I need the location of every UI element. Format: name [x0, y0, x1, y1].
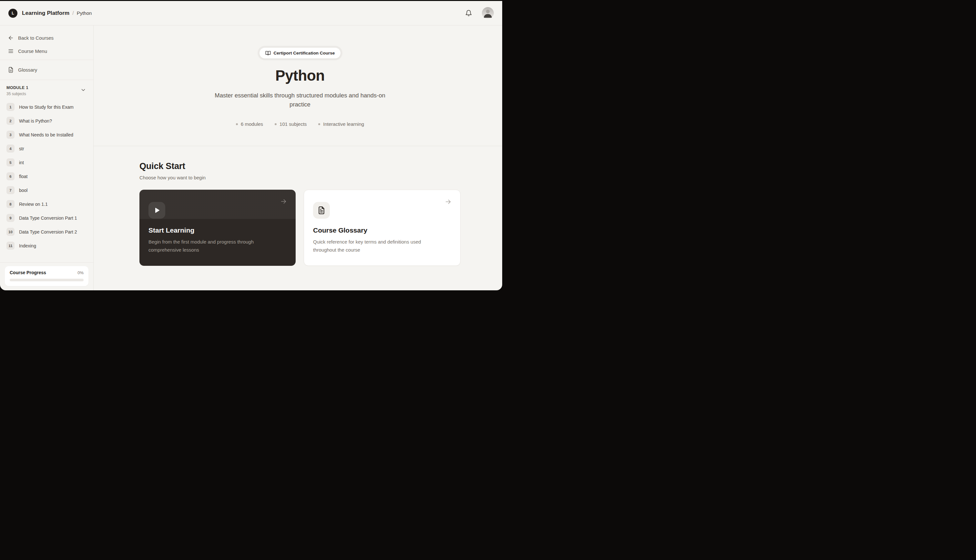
quick-start-cards: Start Learning Begin from the first modu… [139, 190, 460, 266]
app-window: L Learning Platform / Python [0, 0, 502, 290]
sidebar-item-glossary[interactable]: Glossary [1, 63, 92, 77]
course-hero: Certiport Certification Course Python Ma… [139, 25, 460, 127]
document-icon [313, 202, 330, 219]
progress-value: 0% [77, 270, 83, 275]
back-to-courses-button[interactable]: Back to Courses [1, 31, 92, 45]
subject-item-3[interactable]: 3 What Needs to be Installed [0, 128, 93, 142]
header-actions [464, 7, 494, 19]
course-menu-button[interactable]: Course Menu [1, 45, 92, 58]
glossary-label: Glossary [18, 67, 37, 73]
course-subtitle: Master essential skills through structur… [210, 91, 390, 109]
brand-logo-letter: L [12, 11, 14, 15]
subject-number-badge: 8 [7, 200, 15, 208]
subject-item-8[interactable]: 8 Review on 1.1 [0, 197, 93, 211]
back-to-courses-label: Back to Courses [18, 35, 53, 41]
document-icon [8, 67, 14, 73]
play-icon [148, 202, 165, 219]
arrow-left-icon [8, 35, 14, 41]
sidebar-nav: Back to Courses Course Menu [0, 25, 93, 60]
course-glossary-card[interactable]: Course Glossary Quick reference for key … [304, 190, 460, 266]
menu-icon [8, 48, 14, 54]
module-title: MODULE 1 [7, 85, 28, 90]
sidebar-glossary-section: Glossary [0, 60, 93, 80]
stat-interactive: Interactive learning [318, 121, 364, 127]
chevron-down-icon[interactable] [80, 87, 86, 93]
subject-item-11[interactable]: 11 Indexing [0, 239, 93, 253]
subject-number-badge: 1 [7, 103, 15, 111]
course-title: Python [139, 67, 460, 84]
course-progress-section: Course Progress 0% [0, 262, 93, 290]
user-avatar[interactable] [482, 7, 494, 19]
course-menu-label: Course Menu [18, 48, 47, 54]
subject-number-badge: 5 [7, 158, 15, 167]
course-glossary-description: Quick reference for key terms and defini… [313, 238, 436, 254]
arrow-right-icon [280, 198, 287, 205]
subject-item-10[interactable]: 10 Data Type Conversion Part 2 [0, 225, 93, 239]
subject-number-badge: 7 [7, 186, 15, 194]
stat-subjects: 101 subjects [275, 121, 307, 127]
subject-item-7[interactable]: 7 bool [0, 183, 93, 197]
quick-start-section: Quick Start Choose how you want to begin [139, 146, 460, 266]
subject-number-badge: 2 [7, 117, 15, 125]
subject-item-5[interactable]: 5 int [0, 155, 93, 169]
subject-number-badge: 9 [7, 214, 15, 222]
window-top-edge [0, 0, 502, 1]
quick-start-title: Quick Start [139, 161, 460, 171]
notifications-button[interactable] [464, 8, 474, 18]
progress-bar-track [10, 279, 83, 281]
arrow-right-icon [444, 198, 452, 205]
subject-number-badge: 6 [7, 172, 15, 180]
subject-item-4[interactable]: 4 str [0, 142, 93, 155]
avatar-image [482, 7, 494, 19]
window-corner-bottom-left [0, 285, 6, 290]
main-content: Certiport Certification Course Python Ma… [93, 25, 502, 290]
module-1-header[interactable]: MODULE 1 35 subjects [0, 80, 93, 98]
subject-number-badge: 4 [7, 145, 15, 153]
course-stats: 6 modules 101 subjects Interactive learn… [139, 121, 460, 127]
course-progress-card: Course Progress 0% [5, 266, 88, 286]
dot-icon [318, 123, 320, 125]
subject-item-6[interactable]: 6 float [0, 169, 93, 183]
breadcrumb-separator: / [72, 10, 73, 16]
start-learning-title: Start Learning [148, 227, 287, 234]
brand-logo[interactable]: L [8, 9, 17, 18]
brand-name: Learning Platform [22, 10, 69, 17]
course-glossary-title: Course Glossary [313, 227, 451, 234]
subject-number-badge: 10 [7, 228, 15, 236]
bell-icon [465, 10, 472, 17]
certification-badge-label: Certiport Certification Course [274, 51, 335, 55]
breadcrumb-current: Python [77, 10, 92, 16]
subject-list: 1 How to Study for this Exam 2 What is P… [0, 98, 93, 262]
window-corner-bottom-right [496, 285, 502, 290]
course-sidebar: Back to Courses Course Menu [0, 25, 93, 290]
dot-icon [236, 123, 238, 125]
dot-icon [275, 123, 277, 125]
start-learning-card[interactable]: Start Learning Begin from the first modu… [139, 190, 295, 266]
subject-item-9[interactable]: 9 Data Type Conversion Part 1 [0, 211, 93, 225]
subject-item-1[interactable]: 1 How to Study for this Exam [0, 100, 93, 114]
certification-badge[interactable]: Certiport Certification Course [259, 47, 341, 59]
book-open-icon [265, 50, 271, 56]
module-subject-count: 35 subjects [7, 92, 28, 96]
subject-number-badge: 3 [7, 131, 15, 139]
quick-start-subtitle: Choose how you want to begin [139, 175, 460, 180]
app-body: Back to Courses Course Menu [0, 25, 502, 290]
start-learning-description: Begin from the first module and progress… [148, 238, 271, 254]
stat-modules: 6 modules [236, 121, 263, 127]
subject-number-badge: 11 [7, 242, 15, 250]
progress-label: Course Progress [10, 270, 46, 275]
subject-item-2[interactable]: 2 What is Python? [0, 114, 93, 128]
app-header: L Learning Platform / Python [0, 1, 502, 25]
